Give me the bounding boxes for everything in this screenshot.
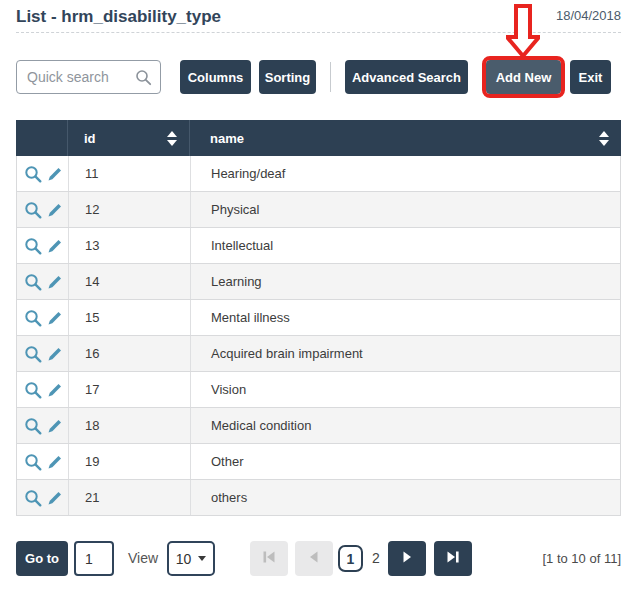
edit-icon[interactable] <box>47 454 63 470</box>
row-actions <box>17 408 69 443</box>
table-row: 21 others <box>16 480 621 516</box>
id-column-label: id <box>84 131 96 146</box>
view-icon[interactable] <box>24 201 42 219</box>
next-page-icon <box>400 550 414 567</box>
first-page-icon <box>262 550 276 567</box>
row-actions <box>17 264 69 299</box>
name-column-header[interactable]: name <box>190 120 621 156</box>
row-actions <box>17 192 69 227</box>
cell-name: others <box>191 480 622 515</box>
table-body: 11 Hearing/deaf 12 Physical 13 Intellect… <box>16 156 621 516</box>
edit-icon[interactable] <box>47 490 63 506</box>
cell-name: Intellectual <box>191 228 622 263</box>
columns-button[interactable]: Columns <box>180 60 251 94</box>
page-title: List - hrm_disability_type <box>16 7 221 27</box>
search-input[interactable] <box>17 61 160 93</box>
sort-arrows-icon[interactable] <box>599 131 609 149</box>
last-page-icon <box>446 550 460 567</box>
prev-page-button[interactable] <box>295 541 333 576</box>
row-actions <box>17 444 69 479</box>
table-row: 12 Physical <box>16 192 621 228</box>
cell-name: Learning <box>191 264 622 299</box>
table-row: 16 Acquired brain impairment <box>16 336 621 372</box>
cell-id: 21 <box>69 480 191 515</box>
view-icon[interactable] <box>24 273 42 291</box>
table-row: 18 Medical condition <box>16 408 621 444</box>
edit-icon[interactable] <box>47 202 63 218</box>
last-page-button[interactable] <box>434 541 472 576</box>
table-row: 19 Other <box>16 444 621 480</box>
sort-arrows-icon[interactable] <box>167 131 177 149</box>
cell-id: 14 <box>69 264 191 299</box>
record-range-label: [1 to 10 of 11] <box>542 541 621 576</box>
cell-id: 13 <box>69 228 191 263</box>
cell-name: Hearing/deaf <box>191 156 622 191</box>
go-to-page-input[interactable] <box>74 541 114 576</box>
table-row: 13 Intellectual <box>16 228 621 264</box>
cell-name: Vision <box>191 372 622 407</box>
advanced-search-button[interactable]: Advanced Search <box>345 60 468 94</box>
edit-icon[interactable] <box>47 166 63 182</box>
id-column-header[interactable]: id <box>68 120 190 156</box>
list-page: List - hrm_disability_type 18/04/2018 Co… <box>0 0 637 591</box>
cell-id: 11 <box>69 156 191 191</box>
next-page-button[interactable] <box>388 541 426 576</box>
red-arrow-down-icon <box>506 4 540 62</box>
row-actions <box>17 300 69 335</box>
view-icon[interactable] <box>24 453 42 471</box>
toolbar-divider <box>330 62 331 92</box>
edit-icon[interactable] <box>47 238 63 254</box>
cell-name: Medical condition <box>191 408 622 443</box>
page-size-value: 10 <box>176 551 192 567</box>
first-page-button[interactable] <box>250 541 288 576</box>
table-header-row: id name <box>16 120 621 156</box>
caret-down-icon <box>198 556 206 561</box>
view-icon[interactable] <box>24 417 42 435</box>
cell-id: 17 <box>69 372 191 407</box>
edit-icon[interactable] <box>47 310 63 326</box>
cell-id: 12 <box>69 192 191 227</box>
go-to-button[interactable]: Go to <box>16 541 68 576</box>
view-icon[interactable] <box>24 345 42 363</box>
table-row: 17 Vision <box>16 372 621 408</box>
page-size-select[interactable]: 10 <box>167 541 215 576</box>
table-row: 11 Hearing/deaf <box>16 156 621 192</box>
view-icon[interactable] <box>24 309 42 327</box>
row-actions <box>17 336 69 371</box>
cell-name: Mental illness <box>191 300 622 335</box>
cell-id: 16 <box>69 336 191 371</box>
view-icon[interactable] <box>24 237 42 255</box>
edit-icon[interactable] <box>47 382 63 398</box>
row-actions <box>17 480 69 515</box>
cell-id: 19 <box>69 444 191 479</box>
cell-id: 15 <box>69 300 191 335</box>
edit-icon[interactable] <box>47 274 63 290</box>
add-new-button[interactable]: Add New <box>486 60 561 94</box>
row-actions <box>17 228 69 263</box>
edit-icon[interactable] <box>47 346 63 362</box>
quick-search-box <box>16 60 161 94</box>
view-icon[interactable] <box>24 381 42 399</box>
view-icon[interactable] <box>24 165 42 183</box>
view-icon[interactable] <box>24 489 42 507</box>
actions-column-header <box>16 120 68 156</box>
row-actions <box>17 156 69 191</box>
date-label: 18/04/2018 <box>556 8 621 23</box>
page-2-link[interactable]: 2 <box>370 541 382 576</box>
view-label: View <box>128 541 158 576</box>
data-table: id name <box>16 120 621 516</box>
cell-id: 18 <box>69 408 191 443</box>
cell-name: Physical <box>191 192 622 227</box>
name-column-label: name <box>210 131 244 146</box>
sorting-button[interactable]: Sorting <box>259 60 316 94</box>
table-row: 14 Learning <box>16 264 621 300</box>
table-row: 15 Mental illness <box>16 300 621 336</box>
cell-name: Acquired brain impairment <box>191 336 622 371</box>
edit-icon[interactable] <box>47 418 63 434</box>
prev-page-icon <box>307 550 321 567</box>
exit-button[interactable]: Exit <box>570 60 611 94</box>
current-page-indicator: 1 <box>338 545 363 572</box>
row-actions <box>17 372 69 407</box>
cell-name: Other <box>191 444 622 479</box>
